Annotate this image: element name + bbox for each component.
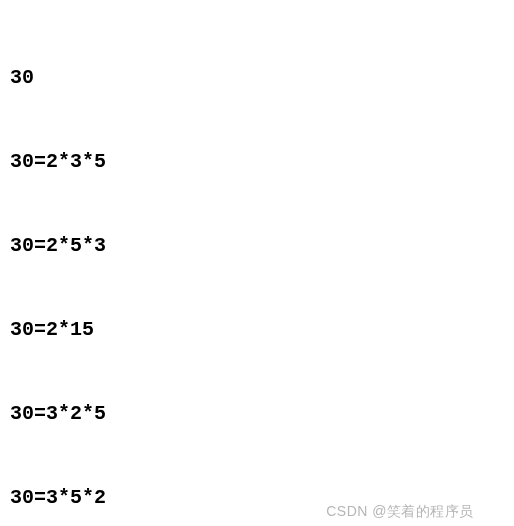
output-line: 30=2*5*3 xyxy=(10,232,504,260)
terminal-output: 30 30=2*3*5 30=2*5*3 30=2*15 30=3*2*5 30… xyxy=(10,8,504,526)
output-line: 30=2*3*5 xyxy=(10,148,504,176)
output-line: 30 xyxy=(10,64,504,92)
output-line: 30=3*2*5 xyxy=(10,400,504,428)
output-line: 30=2*15 xyxy=(10,316,504,344)
watermark-text: CSDN @笑着的程序员 xyxy=(326,502,474,522)
